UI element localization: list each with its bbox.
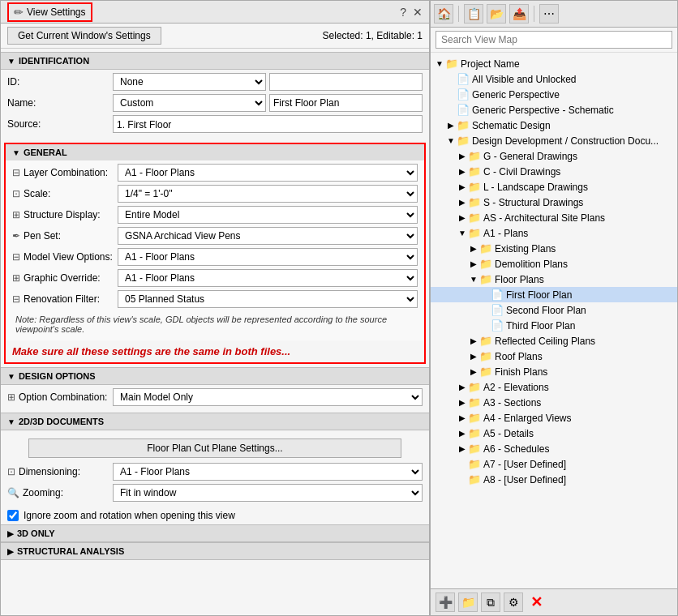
view-map-icon[interactable]: 📋 — [464, 4, 483, 24]
tree-toggle[interactable]: ▶ — [457, 383, 468, 391]
help-icon[interactable]: ? — [400, 6, 406, 19]
tree-item-finish-plans[interactable]: ▶ 📁 Finish Plans — [431, 364, 677, 379]
settings-icon[interactable]: ⚙ — [504, 592, 523, 612]
tree-toggle[interactable]: ▶ — [457, 182, 468, 191]
tree-folder-icon: 📁 — [479, 273, 492, 285]
layer-comb-select[interactable]: A1 - Floor Plans — [118, 164, 418, 182]
id-label: ID: — [7, 76, 113, 88]
pen-set-select[interactable]: GSNA Archicad View Pens — [118, 227, 418, 245]
tree-item-a2-elevations[interactable]: ▶ 📁 A2 - Elevations — [431, 379, 677, 395]
source-label: Source: — [7, 118, 113, 130]
tree-toggle[interactable]: ▶ — [457, 444, 468, 453]
tree-toggle[interactable]: ▼ — [457, 229, 468, 237]
tree-folder-icon: 📁 — [468, 196, 481, 208]
tree-item-roof-plans[interactable]: ▶ 📁 Roof Plans — [431, 349, 677, 364]
name-input[interactable] — [269, 94, 423, 112]
tree-item-a5-details[interactable]: ▶ 📁 A5 - Details — [431, 426, 677, 441]
tree-item-general-drawings[interactable]: ▶ 📁 G - General Drawings — [431, 148, 677, 164]
tree-item-existing-plans[interactable]: ▶ 📁 Existing Plans — [431, 241, 677, 256]
layer-comb-row: ⊟ Layer Combination: A1 - Floor Plans — [12, 164, 418, 182]
duplicate-icon[interactable]: ⧉ — [481, 592, 500, 612]
tree-item-a6-schedules[interactable]: ▶ 📁 A6 - Schedules — [431, 441, 677, 456]
tree-item-a8-user-defined[interactable]: 📁 A8 - [User Defined] — [431, 472, 677, 487]
tree-item-design-dev[interactable]: ▼ 📁 Design Development / Construction Do… — [431, 133, 677, 148]
tree-item-landscape-drawings[interactable]: ▶ 📁 L - Landscape Drawings — [431, 179, 677, 195]
tree-item-a3-sections[interactable]: ▶ 📁 A3 - Sections — [431, 395, 677, 410]
tree-toggle[interactable]: ▶ — [468, 259, 479, 268]
tree-toggle[interactable]: ▶ — [457, 413, 468, 422]
layout-book-icon[interactable]: 📂 — [487, 4, 506, 24]
scale-select[interactable]: 1/4" = 1'-0" — [118, 185, 418, 203]
close-icon[interactable]: ✕ — [413, 6, 423, 19]
tree-item-all-visible[interactable]: 📄 All Visible and Unlocked — [431, 71, 677, 87]
tree-toggle[interactable]: ▶ — [457, 167, 468, 176]
tree-toggle[interactable]: ▶ — [468, 352, 479, 361]
tree-toggle[interactable]: ▶ — [468, 367, 479, 376]
documents-label: 2D/3D DOCUMENTS — [19, 417, 104, 426]
tree-toggle[interactable]: ▼ — [445, 136, 457, 145]
tree-toggle[interactable]: ▼ — [468, 275, 479, 284]
tree-toggle[interactable]: ▶ — [457, 398, 468, 407]
tree-item-a7-user-defined[interactable]: 📁 A7 - [User Defined] — [431, 456, 677, 472]
tree-toggle[interactable]: ▶ — [468, 336, 479, 345]
tree-toggle[interactable]: ▼ — [434, 59, 445, 68]
threed-label: 3D ONLY — [17, 528, 55, 538]
structure-select[interactable]: Entire Model — [118, 206, 418, 224]
tree-label: A5 - Details — [483, 428, 534, 439]
pencil-icon: ✏ — [14, 6, 24, 19]
tree-item-first-floor-plan[interactable]: 📄 First Floor Plan — [431, 287, 677, 302]
search-input[interactable] — [436, 31, 672, 49]
tree-item-reflected-ceiling[interactable]: ▶ 📁 Reflected Ceiling Plans — [431, 333, 677, 349]
zooming-select[interactable]: Fit in window — [113, 484, 423, 502]
tree-toggle[interactable]: ▶ — [457, 429, 468, 438]
tree-toggle[interactable]: ▶ — [445, 121, 457, 130]
add-folder-icon[interactable]: 📁 — [458, 592, 478, 612]
tree-item-schematic-design[interactable]: ▶ 📁 Schematic Design — [431, 118, 677, 133]
tree-toggle[interactable]: ▶ — [457, 213, 468, 222]
name-select[interactable]: Custom — [113, 94, 266, 112]
graphic-override-value: A1 - Floor Plans — [118, 269, 418, 287]
panel-body: ▼ IDENTIFICATION ID: None Name: Custom — [1, 49, 429, 615]
scale-label: ⊡ Scale: — [12, 188, 118, 199]
identification-section-header[interactable]: ▼ IDENTIFICATION — [1, 52, 429, 70]
home-icon[interactable]: 🏠 — [434, 4, 453, 24]
cut-plane-button[interactable]: Floor Plan Cut Plane Settings... — [28, 438, 402, 458]
tree-item-structural-drawings[interactable]: ▶ 📁 S - Structural Drawings — [431, 195, 677, 210]
tree-toggle[interactable]: ▶ — [457, 152, 468, 160]
tree-toggle[interactable]: ▶ — [457, 198, 468, 207]
tree-item-civil-drawings[interactable]: ▶ 📁 C - Civil Drawings — [431, 164, 677, 179]
id-select[interactable]: None — [113, 73, 266, 91]
tree-item-second-floor-plan[interactable]: 📄 Second Floor Plan — [431, 302, 677, 318]
tree-toggle[interactable]: ▶ — [468, 244, 479, 253]
add-view-icon[interactable]: ➕ — [436, 592, 455, 612]
design-options-header[interactable]: ▼ DESIGN OPTIONS — [1, 367, 429, 385]
threed-header[interactable]: ▶ 3D ONLY — [1, 524, 429, 542]
tree-item-generic-persp-sch[interactable]: 📄 Generic Perspective - Schematic — [431, 102, 677, 118]
renovation-select[interactable]: 05 Planned Status — [118, 290, 418, 308]
tree-item-demolition-plans[interactable]: ▶ 📁 Demolition Plans — [431, 256, 677, 272]
documents-body: Floor Plan Cut Plane Settings... ⊡ Dimen… — [1, 430, 429, 508]
tree-item-project-name[interactable]: ▼ 📁 Project Name — [431, 56, 677, 71]
tree-item-floor-plans[interactable]: ▼ 📁 Floor Plans — [431, 272, 677, 287]
get-settings-button[interactable]: Get Current Window's Settings — [7, 27, 161, 45]
id-input[interactable] — [269, 73, 423, 91]
more-icon[interactable]: ⋯ — [539, 4, 559, 24]
delete-icon[interactable]: ✕ — [526, 592, 546, 612]
model-view-select[interactable]: A1 - Floor Plans — [118, 248, 418, 266]
tree-item-as-arch-site[interactable]: ▶ 📁 AS - Architectural Site Plans — [431, 210, 677, 225]
tree-item-a1-plans[interactable]: ▼ 📁 A1 - Plans — [431, 225, 677, 241]
tree-folder-icon: 📄 — [491, 319, 504, 332]
publisher-icon[interactable]: 📤 — [509, 4, 529, 24]
tree-item-third-floor-plan[interactable]: 📄 Third Floor Plan — [431, 318, 677, 333]
documents-header[interactable]: ▼ 2D/3D DOCUMENTS — [1, 413, 429, 430]
tree-item-generic-persp[interactable]: 📄 Generic Perspective — [431, 87, 677, 102]
structure-row: ⊞ Structure Display: Entire Model — [12, 206, 418, 224]
ignore-zoom-checkbox[interactable] — [7, 510, 19, 521]
general-section-header[interactable]: ▼ GENERAL — [6, 144, 424, 160]
option-comb-select[interactable]: Main Model Only — [113, 388, 423, 406]
graphic-override-select[interactable]: A1 - Floor Plans — [118, 269, 418, 287]
tree-item-a4-enlarged[interactable]: ▶ 📁 A4 - Enlarged Views — [431, 410, 677, 426]
dimensioning-value: A1 - Floor Plans — [113, 463, 423, 481]
dimensioning-select[interactable]: A1 - Floor Plans — [113, 463, 423, 481]
structural-header[interactable]: ▶ STRUCTURAL ANALYSIS — [1, 542, 429, 560]
